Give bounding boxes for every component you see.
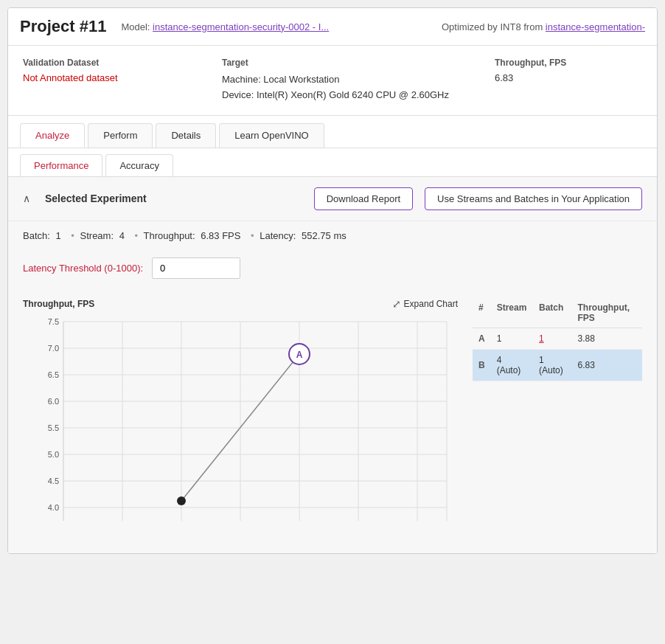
latency-threshold-label: Latency Threshold (0-1000): (23, 263, 143, 274)
batch-value: 1 (55, 230, 60, 241)
row-a-id: A (473, 328, 491, 349)
col-header-fps: Throughput, FPS (571, 298, 642, 328)
dataset-value: Not Annotated dataset (23, 72, 215, 83)
validation-section: Validation Dataset Not Annotated dataset… (8, 46, 657, 116)
row-b-fps: 6.83 (571, 349, 642, 381)
svg-text:7.5: 7.5 (48, 317, 59, 326)
chart-point-b (177, 496, 186, 505)
sep2: • (135, 230, 139, 241)
streams-batches-button[interactable]: Use Streams and Batches in Your Applicat… (425, 187, 642, 210)
svg-text:6.5: 6.5 (48, 370, 59, 379)
sep3: • (251, 230, 254, 241)
batch-label: Batch: (23, 230, 50, 241)
svg-text:4.5: 4.5 (48, 477, 59, 485)
throughput-value: 6.83 FPS (201, 230, 240, 241)
row-b-id: B (473, 349, 491, 381)
col-header-batch: Batch (533, 298, 571, 328)
model-link[interactable]: instance-segmentation-security-0002 - I.… (153, 21, 329, 32)
row-a-stream: 1 (491, 328, 533, 349)
svg-text:5.0: 5.0 (48, 450, 59, 459)
results-table: # Stream Batch Throughput, FPS A 1 1 3.8… (473, 298, 642, 381)
validation-dataset-col: Validation Dataset Not Annotated dataset (23, 58, 215, 103)
target-device: Device: Intel(R) Xeon(R) Gold 6240 CPU @… (222, 88, 487, 103)
model-info: Model: instance-segmentation-security-00… (121, 21, 329, 32)
optimized-info: Optimized by INT8 from instance-segmenta… (442, 21, 645, 32)
latency-threshold-input[interactable] (152, 257, 240, 279)
experiment-header: ∧ Selected Experiment Download Report Us… (8, 177, 657, 221)
stats-bar: Batch: 1 • Stream: 4 • Throughput: 6.83 … (8, 221, 657, 250)
expand-label: Expand Chart (404, 299, 458, 309)
chart-title: Throughput, FPS (23, 299, 94, 309)
table-row: B 4 (Auto) 1 (Auto) 6.83 (473, 349, 642, 381)
dataset-header: Validation Dataset (23, 58, 215, 68)
row-b-batch: 1 (Auto) (533, 349, 571, 381)
latency-label: Latency: (260, 230, 296, 241)
stream-value: 4 (119, 230, 125, 241)
row-a-fps: 3.88 (571, 328, 642, 349)
fps-header: Throughput, FPS (495, 58, 642, 68)
expand-icon: ⤢ (392, 298, 401, 310)
tabs-secondary: Performance Accuracy (8, 148, 657, 177)
sep1: • (71, 230, 74, 241)
tab-accuracy[interactable]: Accuracy (105, 154, 173, 176)
row-b-stream: 4 (Auto) (491, 349, 533, 381)
fps-value: 6.83 (495, 72, 642, 83)
latency-section: Latency Threshold (0-1000): (8, 250, 657, 291)
row-a-batch[interactable]: 1 (533, 328, 571, 349)
tab-performance[interactable]: Performance (20, 154, 102, 176)
svg-text:A: A (296, 350, 303, 360)
svg-text:5.5: 5.5 (48, 423, 59, 432)
target-header: Target (222, 58, 487, 68)
stream-label: Stream: (80, 230, 114, 241)
validation-fps-col: Throughput, FPS 6.83 (495, 58, 642, 103)
tab-perform[interactable]: Perform (88, 123, 153, 148)
optimized-link[interactable]: instance-segmentation- (546, 21, 645, 32)
svg-text:4.0: 4.0 (48, 503, 59, 512)
model-label: Model: (121, 21, 150, 32)
chart-svg: 7.5 7.0 6.5 6.0 5.5 5.0 4.5 4.0 (23, 314, 458, 536)
target-machine: Machine: Local Workstation (222, 72, 487, 88)
tabs-primary: Analyze Perform Details Learn OpenVINO (8, 116, 657, 148)
latency-value: 552.75 ms (302, 230, 347, 241)
main-content: ∧ Selected Experiment Download Report Us… (8, 177, 657, 553)
validation-target-col: Target Machine: Local Workstation Device… (222, 58, 487, 103)
svg-text:7.0: 7.0 (48, 344, 59, 353)
table-container: # Stream Batch Throughput, FPS A 1 1 3.8… (473, 298, 642, 539)
chart-area: Throughput, FPS ⤢ Expand Chart (8, 291, 657, 553)
chart-svg-wrapper: 7.5 7.0 6.5 6.0 5.5 5.0 4.5 4.0 (23, 314, 458, 539)
optimized-label: Optimized by INT8 from (442, 21, 543, 32)
tab-analyze[interactable]: Analyze (20, 123, 85, 148)
download-report-button[interactable]: Download Report (314, 187, 413, 210)
tab-details[interactable]: Details (156, 123, 216, 148)
expand-chart-button[interactable]: ⤢ Expand Chart (392, 298, 458, 310)
svg-text:6.0: 6.0 (48, 397, 59, 406)
col-header-id: # (473, 298, 491, 328)
experiment-title: Selected Experiment (45, 193, 302, 204)
table-row: A 1 1 3.88 (473, 328, 642, 349)
tab-learn-openvino[interactable]: Learn OpenVINO (219, 123, 324, 148)
collapse-toggle[interactable]: ∧ (23, 193, 30, 204)
chart-container: Throughput, FPS ⤢ Expand Chart (23, 298, 458, 539)
chart-header: Throughput, FPS ⤢ Expand Chart (23, 298, 458, 310)
col-header-stream: Stream (491, 298, 533, 328)
project-title: Project #11 (20, 17, 106, 36)
throughput-label: Throughput: (143, 230, 195, 241)
main-container: Project #11 Model: instance-segmentation… (7, 7, 658, 554)
header: Project #11 Model: instance-segmentation… (8, 8, 657, 46)
